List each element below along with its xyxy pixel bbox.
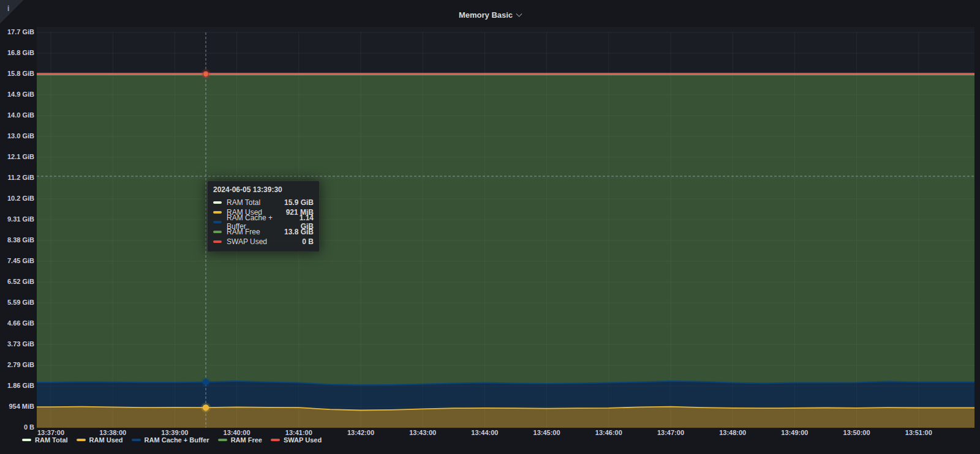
area-ram-free	[37, 74, 974, 385]
hover-point-ram-used	[203, 405, 209, 411]
y-axis-label: 13.0 GiB	[0, 132, 34, 140]
series-swatch-icon	[213, 221, 222, 223]
y-axis-label: 12.1 GiB	[0, 153, 34, 160]
series-swatch-icon	[213, 201, 222, 204]
x-axis-label: 13:43:00	[398, 429, 447, 436]
tooltip-series-label: RAM Total	[227, 198, 284, 207]
y-axis-label: 10.2 GiB	[0, 195, 34, 202]
graph-tooltip: 2024-06-05 13:39:30 RAM Total15.9 GiBRAM…	[207, 180, 320, 252]
legend-series-label: RAM Cache + Buffer	[145, 436, 209, 444]
y-axis-label: 7.45 GiB	[0, 257, 34, 264]
legend-series-label: SWAP Used	[284, 436, 322, 444]
legend-series-swatch	[271, 439, 280, 441]
area-ram-cache-buffer	[37, 381, 974, 410]
x-axis-label: 13:40:00	[213, 429, 262, 436]
memory-chart[interactable]	[0, 0, 980, 454]
legend-series-label: RAM Used	[89, 436, 123, 444]
legend-item[interactable]: RAM Total	[22, 436, 68, 444]
x-axis-label: 13:41:00	[274, 429, 323, 436]
y-axis-label: 4.66 GiB	[0, 319, 34, 327]
y-axis-label: 9.31 GiB	[0, 215, 34, 223]
x-axis-label: 13:48:00	[708, 429, 757, 436]
tooltip-row: RAM Cache + Buffer1.14 GiB	[213, 217, 314, 227]
area-ram-used	[37, 407, 974, 428]
y-axis-label: 14.0 GiB	[0, 111, 34, 119]
y-axis-label: 8.38 GiB	[0, 236, 34, 244]
x-axis-label: 13:51:00	[894, 429, 943, 436]
tooltip-row: RAM Free13.8 GiB	[213, 227, 314, 237]
y-axis-label: 6.52 GiB	[0, 278, 34, 285]
y-axis-label: 15.8 GiB	[0, 70, 34, 77]
legend-series-swatch	[132, 439, 141, 441]
grafana-panel: i Memory Basic 17.7 GiB16.8 GiB15.8 GiB1…	[0, 0, 980, 454]
x-axis-label: 13:46:00	[584, 429, 633, 436]
y-axis-label: 2.79 GiB	[0, 361, 34, 368]
y-axis-label: 16.8 GiB	[0, 49, 34, 56]
legend-series-label: RAM Total	[35, 436, 68, 444]
x-axis-label: 13:45:00	[522, 429, 571, 436]
tooltip-series-label: SWAP Used	[227, 237, 302, 246]
hover-point-swap-used	[203, 71, 209, 76]
legend-series-swatch	[218, 439, 227, 441]
y-axis-label: 5.59 GiB	[0, 299, 34, 306]
x-axis-label: 13:47:00	[646, 429, 695, 436]
series-swatch-icon	[213, 240, 222, 243]
chart-legend: RAM TotalRAM UsedRAM Cache + BufferRAM F…	[22, 436, 322, 444]
legend-item[interactable]: SWAP Used	[271, 436, 322, 444]
tooltip-series-label: RAM Free	[227, 228, 284, 236]
tooltip-series-value: 13.8 GiB	[284, 228, 314, 236]
x-axis-label: 13:37:00	[26, 429, 75, 436]
tooltip-series-value: 0 B	[302, 237, 314, 246]
y-axis-label: 954 MiB	[0, 403, 34, 410]
y-axis-label: 14.9 GiB	[0, 91, 34, 98]
series-swatch-icon	[213, 231, 222, 233]
tooltip-timestamp: 2024-06-05 13:39:30	[213, 185, 314, 194]
x-axis-label: 13:49:00	[770, 429, 819, 436]
tooltip-row: SWAP Used0 B	[213, 237, 314, 247]
legend-item[interactable]: RAM Cache + Buffer	[132, 436, 209, 444]
y-axis-label: 1.86 GiB	[0, 382, 34, 389]
legend-item[interactable]: RAM Free	[218, 436, 262, 444]
legend-series-swatch	[77, 439, 86, 441]
x-axis-label: 13:42:00	[336, 429, 385, 436]
legend-item[interactable]: RAM Used	[77, 436, 123, 444]
hover-point-ram-cache-buffer	[203, 379, 209, 385]
legend-series-label: RAM Free	[231, 436, 262, 444]
y-axis-label: 17.7 GiB	[0, 28, 34, 35]
series-swatch-icon	[213, 211, 222, 214]
legend-series-swatch	[22, 439, 31, 441]
x-axis-label: 13:38:00	[88, 429, 137, 436]
x-axis-label: 13:50:00	[832, 429, 881, 436]
x-axis-label: 13:39:00	[150, 429, 199, 436]
y-axis-label: 3.73 GiB	[0, 340, 34, 348]
tooltip-series-value: 15.9 GiB	[284, 198, 314, 207]
x-axis-label: 13:44:00	[460, 429, 509, 436]
y-axis-label: 11.2 GiB	[0, 174, 34, 181]
tooltip-row: RAM Total15.9 GiB	[213, 198, 314, 207]
